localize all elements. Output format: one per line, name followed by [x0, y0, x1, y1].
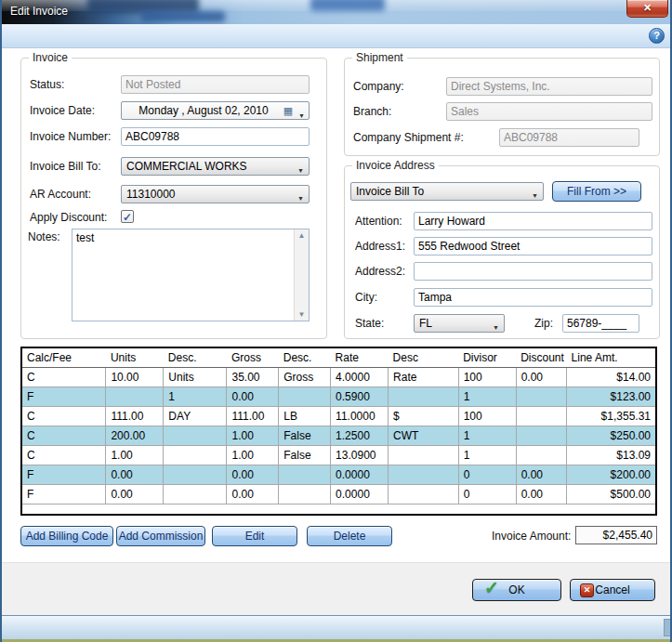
city-label: City:	[355, 291, 377, 304]
table-cell: 0.00	[106, 485, 164, 504]
column-header[interactable]: Divisor	[458, 348, 516, 368]
table-cell: False	[279, 426, 331, 446]
ar-account-select[interactable]: 11310000 ▼	[121, 185, 310, 203]
invoice-address-group-title: Invoice Address	[352, 159, 439, 172]
table-cell: C	[22, 446, 106, 465]
table-row[interactable]: F0.000.000.000000.00$500.00	[22, 485, 655, 504]
company-shipment-label: Company Shipment #:	[353, 131, 464, 144]
table-cell: 1.00	[227, 446, 279, 465]
chevron-down-icon[interactable]: ▼	[298, 109, 305, 123]
table-cell: Units	[164, 368, 227, 387]
add-billing-code-button[interactable]: Add Billing Code	[20, 526, 113, 546]
invoice-group-title: Invoice	[29, 51, 72, 64]
invoice-number-field[interactable]: ABC09788	[121, 127, 310, 146]
column-header[interactable]: Line Amt.	[567, 348, 655, 368]
address-source-select[interactable]: Invoice Bill To ▼	[350, 182, 544, 201]
attention-label: Attention:	[355, 215, 402, 228]
company-shipment-field: ABC09788	[499, 128, 639, 147]
help-icon[interactable]: ?	[649, 28, 665, 44]
close-button[interactable]: ✕	[626, 0, 668, 18]
table-cell	[516, 407, 566, 426]
table-row[interactable]: F10.000.59001$123.00	[22, 387, 655, 407]
edit-button[interactable]: Edit	[212, 526, 297, 546]
table-row[interactable]: F0.000.000.000000.00$200.00	[22, 465, 655, 485]
line-items-table: Calc/FeeUnitsDesc.GrossDesc.RateDescDivi…	[22, 348, 655, 504]
table-cell: 13.0900	[331, 446, 389, 465]
window-title: Edit Invoice	[10, 5, 68, 18]
apply-discount-checkbox[interactable]: ✓	[121, 210, 134, 223]
zip-field[interactable]: 56789-____	[562, 314, 639, 333]
table-cell: 0	[458, 465, 516, 485]
table-cell: 35.00	[227, 368, 279, 387]
table-cell	[516, 446, 566, 465]
table-cell: 1	[458, 426, 516, 446]
shipment-group-title: Shipment	[352, 51, 407, 64]
notes-scrollbar[interactable]: ▲ ▼	[294, 229, 309, 321]
resize-grip[interactable]	[664, 619, 672, 636]
delete-button[interactable]: Delete	[307, 526, 392, 546]
invoice-date-picker[interactable]: Monday , August 02, 2010 ▦ ▼	[121, 101, 310, 120]
column-header[interactable]: Desc.	[279, 348, 331, 368]
cancel-button[interactable]: ✕ Cancel	[570, 579, 655, 601]
table-row[interactable]: C10.00Units35.00Gross4.0000Rate1000.00$1…	[22, 368, 655, 387]
table-cell: 0.00	[516, 485, 566, 504]
company-field: Direct Systems, Inc.	[446, 77, 652, 96]
branch-field: Sales	[446, 102, 652, 121]
column-header[interactable]: Desc.	[164, 348, 227, 368]
table-cell: 0.0000	[331, 465, 389, 485]
column-header[interactable]: Units	[106, 348, 164, 368]
title-bar[interactable]: Edit Invoice ✕	[2, 0, 672, 24]
table-row[interactable]: C200.001.00False1.2500CWT1$250.00	[22, 426, 655, 446]
table-cell: Rate	[389, 368, 459, 387]
column-header[interactable]: Calc/Fee	[22, 348, 106, 368]
table-cell: 1.00	[106, 446, 164, 465]
column-header[interactable]: Gross	[227, 348, 279, 368]
table-cell: 0.00	[106, 465, 164, 485]
address2-label: Address2:	[355, 265, 405, 278]
column-header[interactable]: Desc	[389, 348, 459, 368]
table-cell: F	[22, 485, 106, 504]
table-cell	[106, 387, 164, 407]
table-cell: 1	[164, 387, 227, 407]
table-cell	[164, 446, 227, 465]
table-row[interactable]: C111.00DAY111.00LB11.0000$100$1,355.31	[22, 407, 655, 426]
scroll-down-icon[interactable]: ▼	[295, 310, 309, 319]
invoice-bill-to-label: Invoice Bill To:	[30, 160, 100, 173]
chevron-down-icon: ▼	[297, 191, 304, 203]
city-field[interactable]: Tampa	[414, 288, 652, 307]
address1-label: Address1:	[355, 240, 405, 253]
column-header[interactable]: Rate	[331, 348, 389, 368]
attention-field[interactable]: Larry Howard	[414, 212, 652, 230]
table-cell: 0.00	[516, 465, 566, 485]
state-select[interactable]: FL ▼	[414, 314, 505, 333]
table-cell: 4.0000	[331, 368, 389, 387]
table-cell: CWT	[389, 426, 459, 446]
scroll-up-icon[interactable]: ▲	[295, 231, 309, 240]
invoice-bill-to-select[interactable]: COMMERCIAL WORKS ▼	[121, 157, 310, 176]
table-cell	[389, 465, 459, 485]
table-cell: $200.00	[567, 465, 655, 485]
table-cell: $250.00	[567, 426, 655, 446]
table-cell	[516, 426, 566, 446]
add-commission-button[interactable]: Add Commission	[116, 526, 205, 546]
invoice-number-label: Invoice Number:	[30, 130, 111, 143]
calendar-icon[interactable]: ▦	[283, 105, 294, 116]
table-cell: DAY	[164, 407, 227, 426]
bottom-status-band	[2, 615, 672, 642]
table-cell	[516, 387, 566, 407]
address1-field[interactable]: 555 Redwood Street	[414, 237, 652, 255]
fill-from-button[interactable]: Fill From >>	[552, 181, 641, 202]
table-cell: 0.00	[227, 485, 279, 504]
glass-artifact	[141, 11, 225, 22]
table-cell	[389, 446, 459, 465]
table-cell: C	[22, 368, 106, 387]
table-cell: 0.00	[227, 465, 279, 485]
table-cell: 1	[458, 387, 516, 407]
table-cell	[279, 465, 331, 485]
notes-textarea[interactable]: test ▲ ▼	[72, 229, 310, 321]
ok-button[interactable]: ✓ OK	[472, 579, 561, 601]
column-header[interactable]: Discount	[516, 348, 566, 368]
table-row[interactable]: C1.001.00False13.09001$13.09	[22, 446, 655, 465]
address2-field[interactable]	[414, 262, 652, 281]
invoice-amount-field: $2,455.40	[575, 526, 657, 544]
